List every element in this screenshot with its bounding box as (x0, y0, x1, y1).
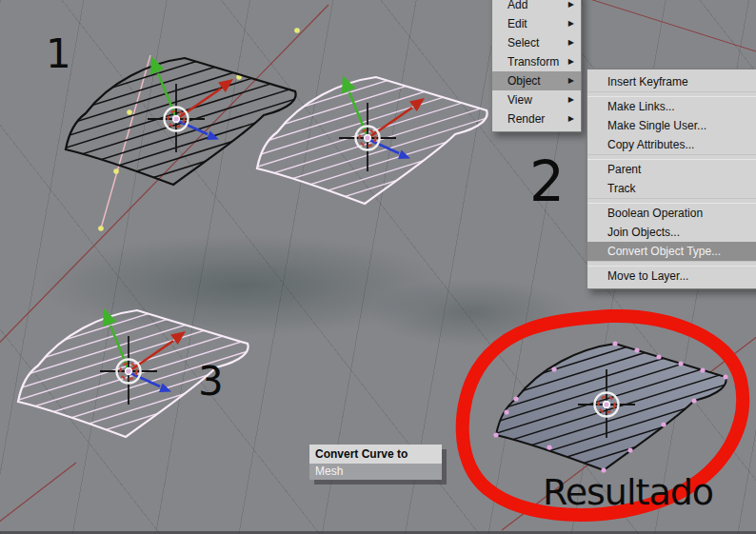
convert-curve-popup: Convert Curve to Mesh (309, 445, 442, 480)
menu-item-view[interactable]: View ▶ (492, 90, 581, 109)
submenu-item-move-to-layer[interactable]: Move to Layer... (587, 267, 756, 286)
curve-control-point[interactable] (294, 28, 300, 33)
mesh-object-2-curve[interactable] (246, 46, 499, 227)
submenu-item-track[interactable]: Track (587, 179, 756, 198)
menu-item-label: Select (507, 33, 539, 52)
submenu-arrow-icon: ▶ (568, 0, 574, 14)
blender-3d-viewport[interactable]: 1 2 3 Resultado Add ▶ Edit ▶ Select ▶ Tr… (0, 0, 756, 534)
curve-control-point[interactable] (113, 168, 119, 174)
step-label-2: 2 (529, 154, 565, 209)
mesh-object-1-curve[interactable] (54, 27, 308, 208)
convert-popup-title: Convert Curve to (309, 445, 442, 464)
submenu-arrow-icon: ▶ (568, 71, 574, 90)
menu-item-label: Transform (507, 52, 559, 71)
submenu-item-make-single-user[interactable]: Make Single User... (587, 116, 756, 135)
menu-item-transform[interactable]: Transform ▶ (492, 52, 581, 71)
menu-item-select[interactable]: Select ▶ (492, 33, 581, 52)
menu-item-object[interactable]: Object ▶ (492, 71, 581, 90)
menu-item-render[interactable]: Render ▶ (492, 109, 581, 129)
menu-item-label: Edit (507, 14, 527, 33)
menu-item-label: Object (507, 71, 541, 90)
submenu-item-copy-attributes[interactable]: Copy Attributes... (587, 135, 756, 154)
convert-option-mesh[interactable]: Mesh (309, 464, 442, 480)
submenu-item-convert-object-type[interactable]: Convert Object Type... (587, 242, 756, 261)
object-submenu: Insert Keyframe Make Links... Make Singl… (587, 69, 756, 289)
submenu-arrow-icon: ▶ (568, 109, 574, 129)
menu-item-edit[interactable]: Edit ▶ (492, 14, 581, 33)
submenu-item-boolean-operation[interactable]: Boolean Operation (587, 204, 756, 223)
submenu-arrow-icon: ▶ (568, 14, 574, 33)
curve-control-point[interactable] (98, 226, 104, 231)
submenu-item-make-links[interactable]: Make Links... (587, 97, 756, 116)
submenu-item-insert-keyframe[interactable]: Insert Keyframe (587, 72, 756, 91)
step-label-1: 1 (46, 34, 71, 74)
menu-item-add[interactable]: Add ▶ (492, 0, 581, 14)
submenu-arrow-icon: ▶ (568, 90, 574, 109)
menu-item-label: View (507, 90, 532, 109)
result-label: Resultado (543, 474, 713, 510)
viewport-context-menu: Add ▶ Edit ▶ Select ▶ Transform ▶ Object… (491, 0, 582, 132)
submenu-arrow-icon: ▶ (568, 33, 574, 52)
step-label-3: 3 (198, 362, 224, 402)
curve-control-point[interactable] (127, 109, 132, 115)
menu-item-label: Add (507, 0, 527, 14)
submenu-arrow-icon: ▶ (568, 52, 574, 71)
submenu-item-parent[interactable]: Parent (587, 160, 756, 179)
submenu-item-join-objects[interactable]: Join Objects... (587, 223, 756, 242)
menu-item-label: Render (507, 109, 545, 129)
